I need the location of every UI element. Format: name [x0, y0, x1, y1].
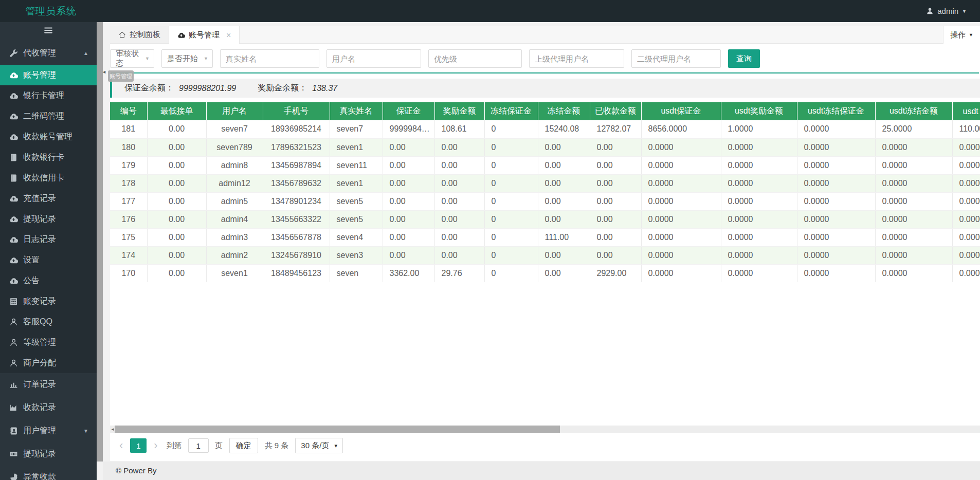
sidebar-item-level-management[interactable]: 等级管理: [0, 332, 97, 353]
table-cell: 17896321523: [263, 138, 330, 156]
sidebar-item-service-qq[interactable]: 客服QQ: [0, 311, 97, 332]
sidebar-item-label: 收款信用卡: [23, 173, 64, 183]
sidebar-item-withdrawal-records[interactable]: 提现记录: [0, 442, 97, 466]
horizontal-scrollbar-thumb[interactable]: [115, 426, 560, 433]
sidebar-item-log-records[interactable]: 日志记录: [0, 229, 97, 250]
column-header: 已收款金额: [590, 102, 641, 120]
table-cell: 0: [484, 228, 538, 246]
table-row: 1810.00seven718936985214seven79999984…10…: [110, 120, 980, 138]
sidebar-item-collection-bank-card[interactable]: 收款银行卡: [0, 147, 97, 168]
tab-actions-dropdown[interactable]: 操作 ▼: [943, 26, 980, 44]
table-cell: 0.0000: [641, 192, 721, 210]
is-started-select[interactable]: 是否开始▼: [161, 49, 213, 68]
column-header: 冻结金额: [538, 102, 590, 120]
user-menu[interactable]: admin ▼: [926, 0, 967, 22]
sidebar-item-account-management[interactable]: 账号管理: [0, 65, 97, 85]
sidebar-scrollbar[interactable]: [97, 22, 103, 461]
wrench-icon: [9, 49, 18, 58]
table-cell: 0.0000: [875, 138, 952, 156]
table-cell: 0: [484, 264, 538, 282]
sidebar-item-order-records[interactable]: 订单记录: [0, 373, 97, 396]
table-cell: 3362.00: [383, 264, 434, 282]
sidebar-submenu: 账号管理银行卡管理二维码管理收款账号管理收款银行卡收款信用卡充值记录提现记录日志…: [0, 65, 97, 373]
table-cell: 0.0000: [797, 138, 875, 156]
table-cell: 0.0000: [952, 156, 980, 174]
sidebar-collapse-button[interactable]: [0, 22, 97, 39]
table-cell: 0.0000: [952, 228, 980, 246]
column-header: usdt: [952, 102, 980, 120]
table-cell: 0.0000: [797, 192, 875, 210]
priority-input[interactable]: [428, 49, 522, 68]
sidebar-item-collection-credit-card[interactable]: 收款信用卡: [0, 168, 97, 188]
table-cell: 18936985214: [263, 120, 330, 138]
page-number-input[interactable]: [188, 438, 209, 453]
table-cell: 0.0000: [952, 174, 980, 192]
confirm-page-button[interactable]: 确定: [229, 438, 258, 453]
parent-agent-input[interactable]: [529, 49, 624, 68]
column-header: 用户名: [206, 102, 263, 120]
table-cell: 0: [484, 210, 538, 228]
table-cell: 25.0000: [875, 120, 952, 138]
sidebar-item-label: 异常收款: [23, 472, 56, 480]
area-chart-icon: [9, 403, 18, 412]
table-cell: admin12: [206, 174, 263, 192]
brand-title: 管理员系统: [25, 0, 77, 22]
sidebar-item-qrcode-management[interactable]: 二维码管理: [0, 106, 97, 126]
table-cell: 15240.08: [538, 120, 590, 138]
tab-account-management[interactable]: 账号管理 ×: [169, 26, 240, 44]
table-cell: 0.00: [147, 192, 206, 210]
scroll-left-arrow-icon[interactable]: ◄: [111, 426, 115, 433]
sidebar-item-collection-records[interactable]: 收款记录: [0, 396, 97, 419]
next-page-button[interactable]: ›: [149, 440, 162, 451]
second-agent-input[interactable]: [631, 49, 721, 68]
table-cell: 0.00: [383, 174, 434, 192]
table-cell: admin8: [206, 156, 263, 174]
column-header: usdt冻结金额: [875, 102, 952, 120]
sidebar-item-merchant-allocation[interactable]: 商户分配: [0, 353, 97, 373]
audit-status-select[interactable]: 审核状态▼: [110, 49, 154, 68]
username-input[interactable]: [326, 49, 421, 68]
sidebar-item-collection-management[interactable]: 代收管理▲: [0, 42, 97, 65]
search-button[interactable]: 查询: [728, 49, 760, 68]
table-cell: seven1: [330, 174, 383, 192]
sidebar-item-abnormal-collection[interactable]: 异常收款: [0, 466, 97, 480]
table-cell: 0.00: [590, 246, 641, 264]
sidebar-item-user-management[interactable]: 用户管理▼: [0, 419, 97, 442]
sidebar-item-collection-account-management[interactable]: 收款账号管理: [0, 126, 97, 147]
cloud-up-icon: [9, 235, 18, 244]
tab-dashboard[interactable]: 控制面板: [110, 26, 169, 43]
tab-close-icon[interactable]: ×: [226, 31, 231, 40]
table-cell: 0.0000: [721, 210, 797, 228]
prev-page-button[interactable]: ‹: [114, 440, 128, 451]
sidebar-item-announcements[interactable]: 公告: [0, 270, 97, 291]
current-page-button[interactable]: 1: [130, 438, 147, 453]
sidebar-item-recharge-records[interactable]: 充值记录: [0, 188, 97, 209]
sidebar-item-balance-change-records[interactable]: 账变记录: [0, 291, 97, 311]
table-cell: 0.0000: [875, 246, 952, 264]
table-cell: 0.00: [147, 156, 206, 174]
sidebar-item-settings[interactable]: 设置: [0, 250, 97, 270]
page-size-select[interactable]: 30 条/页 ▾: [295, 438, 343, 453]
table-cell: 0.0000: [952, 138, 980, 156]
balance-summary-bar: 保证金余额： 9999988201.99 奖励金余额： 138.37: [110, 79, 980, 98]
contacts-icon: [9, 427, 18, 435]
table-cell: 13456789632: [263, 174, 330, 192]
table-cell: 0.0000: [641, 228, 721, 246]
sidebar-item-withdraw-records[interactable]: 提现记录: [0, 209, 97, 229]
sidebar-item-bank-card-management[interactable]: 银行卡管理: [0, 85, 97, 106]
page-label: 页: [215, 441, 223, 451]
horizontal-scrollbar[interactable]: ◄: [110, 426, 980, 433]
table-cell: 0.00: [538, 210, 590, 228]
table-cell: seven: [330, 264, 383, 282]
table-cell: 0.00: [590, 228, 641, 246]
table-cell: 110.00: [952, 120, 980, 138]
real-name-input[interactable]: [220, 49, 319, 68]
accounts-table-wrap: 编号最低接单用户名手机号真实姓名保证金奖励金额冻结保证金冻结金额已收款金额usd…: [110, 102, 980, 282]
table-cell: 0.0000: [797, 174, 875, 192]
table-row: 1800.00seven78917896321523seven10.000.00…: [110, 138, 980, 156]
table-cell: seven11: [330, 156, 383, 174]
chevron-down-icon: ▼: [145, 56, 150, 61]
table-cell: 0.0000: [875, 192, 952, 210]
column-header: 最低接单: [147, 102, 206, 120]
column-header: 保证金: [383, 102, 434, 120]
